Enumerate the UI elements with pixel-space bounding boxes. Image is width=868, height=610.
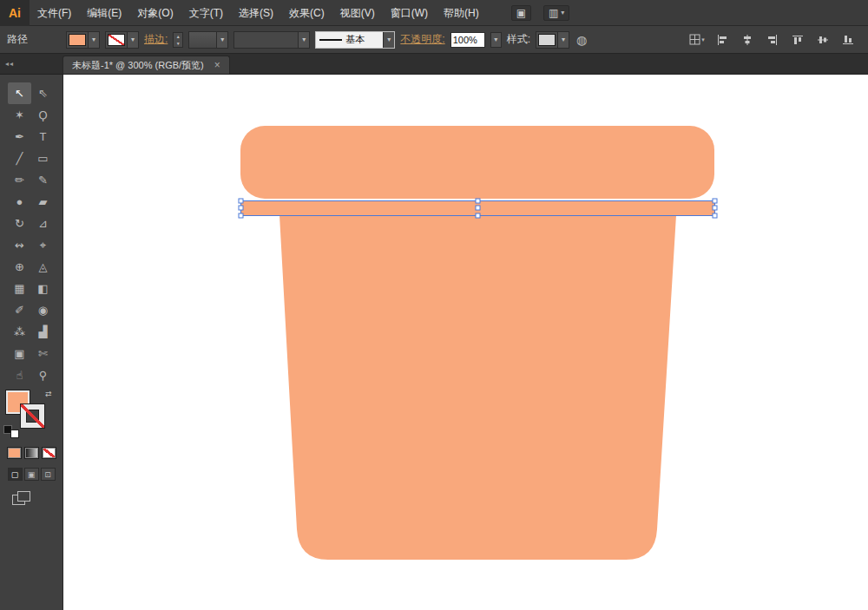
mesh-tool[interactable]: ▦	[8, 278, 31, 299]
close-tab-icon[interactable]: ×	[214, 60, 220, 70]
rectangle-tool[interactable]: ▭	[31, 148, 55, 169]
fill-color-picker[interactable]: ▾	[66, 31, 100, 49]
artboard-canvas[interactable]	[63, 75, 868, 610]
artboard-tool[interactable]: ▣	[8, 343, 31, 364]
symbol-sprayer-tool[interactable]: ⁂	[8, 321, 31, 343]
graphic-style-picker[interactable]: ▾	[536, 31, 569, 49]
menu-edit[interactable]: 编辑(E)	[79, 0, 129, 26]
vertical-align-bottom-icon[interactable]	[838, 31, 858, 49]
paintbrush-tool[interactable]: ✏	[8, 169, 31, 191]
slice-tool[interactable]: ✄	[31, 343, 55, 364]
chevron-down-icon[interactable]: ▾	[298, 32, 309, 48]
fill-stroke-indicator: ⇄	[0, 390, 62, 440]
vertical-align-top-icon[interactable]	[788, 31, 807, 49]
default-white-swatch	[11, 430, 18, 437]
menu-object[interactable]: 对象(O)	[129, 0, 181, 26]
zoom-tool[interactable]: ⚲	[31, 364, 55, 386]
graphic-style-swatch[interactable]	[538, 34, 556, 46]
selection-tool[interactable]: ↖	[8, 82, 31, 104]
app-bar-icon[interactable]: ▣	[511, 5, 531, 21]
handle-top-right[interactable]	[713, 199, 717, 203]
pot-body-shape[interactable]	[279, 215, 676, 560]
menu-window[interactable]: 窗口(W)	[383, 0, 436, 26]
handle-mid-left[interactable]	[239, 206, 243, 210]
line-segment-tool[interactable]: ╱	[8, 148, 31, 169]
arrange-documents-icon[interactable]: ▥ ▾	[543, 5, 569, 21]
screen-mode-button[interactable]	[12, 491, 31, 506]
blend-tool[interactable]: ◉	[31, 299, 55, 321]
gradient-tool[interactable]: ◧	[31, 278, 55, 299]
menu-select[interactable]: 选择(S)	[231, 0, 281, 26]
horizontal-align-right-icon[interactable]	[763, 31, 782, 49]
globe-icon[interactable]: ◍	[576, 33, 587, 47]
drawing-modes-row: ▢ ▣ ⊡	[0, 468, 62, 481]
default-black-swatch	[4, 426, 11, 433]
panel-collapse-icon[interactable]: ◂◂	[0, 60, 62, 68]
chevron-down-icon[interactable]: ▾	[490, 32, 502, 48]
chevron-down-icon[interactable]: ▾	[88, 32, 99, 48]
stroke-color-picker[interactable]: ▾	[105, 31, 139, 49]
horizontal-align-center-icon[interactable]	[738, 31, 757, 49]
perspective-grid-tool[interactable]: ◬	[31, 256, 55, 278]
stroke-weight-combo[interactable]: ▾	[188, 31, 228, 49]
shape-builder-tool[interactable]: ⊕	[8, 256, 31, 278]
brush-stroke-preview	[319, 39, 342, 41]
stepper-down-icon[interactable]: ▼	[174, 40, 182, 47]
width-tool[interactable]: ↭	[8, 234, 31, 256]
arrange-documents-glyph: ▥	[549, 7, 558, 19]
pencil-tool[interactable]: ✎	[31, 169, 55, 191]
menu-view[interactable]: 视图(V)	[332, 0, 383, 26]
lasso-tool[interactable]: Ϙ	[31, 104, 55, 126]
gradient-button[interactable]	[24, 447, 39, 459]
direct-selection-tool[interactable]: ⇖	[31, 82, 55, 104]
handle-mid-right[interactable]	[713, 206, 717, 210]
blob-brush-tool[interactable]: ●	[8, 191, 31, 213]
handle-center-point[interactable]	[476, 206, 480, 210]
chevron-down-icon[interactable]: ▾	[216, 32, 227, 48]
hand-tool[interactable]: ☝	[8, 364, 31, 386]
stroke-weight-stepper[interactable]: ▲ ▼	[173, 32, 183, 48]
opacity-input[interactable]	[450, 32, 485, 48]
default-fill-stroke-icon[interactable]	[4, 426, 18, 437]
chevron-down-icon[interactable]: ▾	[557, 32, 569, 48]
vertical-align-center-icon[interactable]	[813, 31, 832, 49]
magic-wand-tool[interactable]: ✶	[8, 104, 31, 126]
align-options-dropdown[interactable]: ▾	[687, 31, 707, 49]
opacity-link[interactable]: 不透明度:	[400, 32, 444, 47]
menu-effect[interactable]: 效果(C)	[281, 0, 332, 26]
stepper-up-icon[interactable]: ▲	[174, 33, 182, 40]
handle-top-center[interactable]	[476, 199, 480, 203]
draw-behind-button[interactable]: ▣	[24, 468, 39, 481]
handle-bottom-center[interactable]	[476, 213, 480, 218]
chevron-down-icon[interactable]: ▾	[127, 32, 138, 48]
column-graph-tool[interactable]: ▟	[31, 321, 55, 343]
menu-help[interactable]: 帮助(H)	[436, 0, 487, 26]
type-tool[interactable]: T	[31, 126, 55, 148]
menu-file[interactable]: 文件(F)	[30, 0, 79, 26]
handle-bottom-left[interactable]	[239, 213, 243, 218]
menu-type[interactable]: 文字(T)	[181, 0, 231, 26]
swap-fill-stroke-icon[interactable]: ⇄	[45, 390, 52, 398]
fill-swatch[interactable]	[69, 34, 86, 46]
color-button[interactable]	[7, 447, 22, 459]
handle-top-left[interactable]	[239, 199, 243, 203]
eyedropper-tool[interactable]: ✐	[8, 299, 31, 321]
rotate-tool[interactable]: ↻	[8, 213, 31, 234]
brush-definition-combo[interactable]: 基本 ▾	[315, 31, 395, 49]
scale-tool[interactable]: ⊿	[31, 213, 55, 234]
stroke-link[interactable]: 描边:	[144, 32, 168, 47]
stroke-none-swatch[interactable]	[108, 34, 125, 46]
document-tab[interactable]: 未标题-1* @ 300% (RGB/预览) ×	[62, 56, 230, 74]
horizontal-align-left-icon[interactable]	[713, 31, 732, 49]
draw-inside-button[interactable]: ⊡	[41, 468, 56, 481]
width-profile-combo[interactable]: ▾	[233, 31, 310, 49]
draw-normal-button[interactable]: ▢	[8, 468, 23, 481]
chevron-down-icon[interactable]: ▾	[383, 32, 394, 48]
none-button[interactable]	[42, 447, 56, 459]
pot-lid-shape[interactable]	[240, 126, 714, 199]
eraser-tool[interactable]: ▰	[31, 191, 55, 213]
free-transform-tool[interactable]: ⌖	[31, 234, 55, 256]
stroke-color-box[interactable]	[21, 404, 44, 428]
handle-bottom-right[interactable]	[713, 213, 717, 218]
pen-tool[interactable]: ✒	[8, 126, 31, 148]
